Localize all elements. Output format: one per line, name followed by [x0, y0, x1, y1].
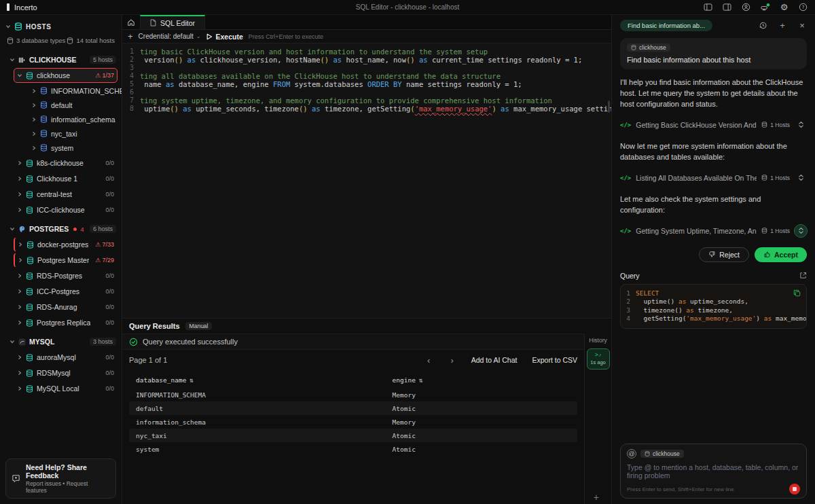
- database-name-label: system: [51, 144, 73, 152]
- sidebar-host-item[interactable]: RDS-Anurag ⚠ 0/0: [14, 300, 117, 314]
- chat-history-icon[interactable]: [758, 20, 767, 30]
- sidebar-host-item[interactable]: clickhouse ⚠ 1/37: [14, 68, 117, 83]
- user-message-card: clickhouse Find basic information about …: [620, 38, 807, 69]
- sidebar-host-item[interactable]: RDS-Postgres ⚠ 0/0: [14, 268, 117, 283]
- panel-right-icon[interactable]: [722, 2, 732, 12]
- help-icon[interactable]: ?: [798, 2, 808, 12]
- new-chat-icon[interactable]: +: [778, 20, 787, 30]
- add-to-ai-chat-button[interactable]: Add to AI Chat: [471, 356, 518, 364]
- sidebar-host-item[interactable]: RDSMysql ⚠ 0/0: [14, 365, 117, 380]
- alert-dot: [73, 228, 77, 231]
- home-button[interactable]: [122, 15, 140, 29]
- line-number: 1: [626, 289, 636, 298]
- sidebar-database-item[interactable]: nyc_taxi: [29, 126, 122, 141]
- close-panel-icon[interactable]: ×: [797, 20, 807, 30]
- chat-input-box[interactable]: @ clickhouse Press Enter to send, Shift+…: [620, 444, 807, 499]
- sidebar-database-item[interactable]: default: [29, 98, 122, 112]
- sidebar-database-item[interactable]: INFORMATION_SCHEMA: [29, 84, 122, 98]
- settings-gear-icon[interactable]: ⚙: [779, 2, 789, 12]
- editor-scrollbar[interactable]: [608, 101, 610, 113]
- manual-mode-badge: Manual: [185, 322, 213, 330]
- sidebar-host-item[interactable]: ICC-clickhouse ⚠ 0/0: [14, 202, 117, 217]
- next-page-icon[interactable]: ›: [448, 355, 456, 365]
- sort-icon[interactable]: ⇅: [419, 376, 423, 384]
- code-text: getSetting('max_memory_usage') as max_me…: [636, 314, 807, 323]
- execute-button[interactable]: Execute: [206, 33, 242, 41]
- export-to-csv-button[interactable]: Export to CSV: [532, 356, 577, 364]
- sidebar-host-item[interactable]: Postgres Master ⚠ 7/29: [14, 253, 117, 268]
- host-status-count: ⚠ 0/0: [105, 206, 114, 213]
- line-number: 1: [122, 48, 140, 56]
- ai-chat-panel: Find basic information ab... + × clickho…: [611, 15, 815, 504]
- database-icon: [40, 115, 48, 123]
- accept-button[interactable]: Accept: [755, 247, 807, 262]
- expand-collapse-icon[interactable]: [795, 172, 807, 184]
- table-row[interactable]: information_schemaMemory: [129, 415, 577, 429]
- credential-selector[interactable]: Credential: default ⌄: [139, 33, 201, 40]
- sidebar-host-item[interactable]: docker-postgres ⚠ 7/33: [14, 237, 117, 252]
- sidebar-host-item[interactable]: MySQL Local ⚠ 0/0: [14, 381, 117, 396]
- expand-collapse-icon[interactable]: [795, 119, 807, 131]
- total-hosts-count: 14 total hosts: [76, 37, 115, 44]
- sidebar-group-mysql[interactable]: MYSQL 3 hosts: [0, 334, 122, 349]
- status-text: Query executed successfully: [143, 338, 238, 346]
- chevron-right-icon: [17, 320, 22, 325]
- line-number: 8: [122, 105, 140, 113]
- ai-message-text: Let me also check the system settings an…: [620, 194, 807, 216]
- db-types-count: 3 database types: [16, 37, 65, 44]
- user-circle-icon[interactable]: [741, 2, 751, 12]
- tab-sql-editor[interactable]: SQL Editor: [140, 15, 205, 29]
- database-icon: [26, 191, 33, 198]
- add-credential-icon[interactable]: +: [128, 31, 133, 41]
- host-status-count: ⚠ 0/0: [105, 319, 114, 326]
- host-mention-chip[interactable]: clickhouse: [627, 43, 670, 52]
- ai-tool-call-row[interactable]: </> Getting System Uptime, Timezone, And…: [620, 223, 807, 239]
- feedback-subtitle: Report issues • Request features: [26, 480, 110, 494]
- sidebar-group-clickhouse[interactable]: CLICKHOUSE 5 hosts: [0, 52, 122, 67]
- sidebar-host-item[interactable]: Clickhouse 1 ⚠ 0/0: [14, 171, 117, 186]
- expand-collapse-icon[interactable]: [795, 225, 807, 237]
- sql-code-editor[interactable]: 1ting basic ClickHouse version and host …: [122, 43, 611, 318]
- tab-label: SQL Editor: [160, 19, 195, 27]
- sidebar-host-item[interactable]: ICC-Postgres ⚠ 0/0: [14, 284, 117, 299]
- database-icon: [40, 130, 48, 137]
- sidebar-host-item[interactable]: k8s-clickhouse ⚠ 0/0: [14, 156, 117, 170]
- open-in-editor-icon[interactable]: [799, 272, 807, 279]
- table-row[interactable]: INFORMATION_SCHEMAMemory: [129, 388, 577, 401]
- sidebar-host-item[interactable]: central-test ⚠ 0/0: [14, 187, 117, 202]
- chat-title-pill[interactable]: Find basic information ab...: [620, 20, 712, 31]
- reject-button[interactable]: Reject: [699, 247, 749, 262]
- stop-generating-button[interactable]: [789, 484, 800, 494]
- hosts-section-header[interactable]: HOSTS: [0, 19, 122, 34]
- mention-at-icon[interactable]: @: [627, 449, 636, 458]
- chevron-down-icon: [10, 226, 15, 232]
- sidebar-host-item[interactable]: Postgres Replica ⚠ 0/0: [14, 315, 117, 330]
- history-item[interactable]: >⍻ 1s ago: [587, 348, 610, 370]
- sidebar-database-item[interactable]: system: [29, 141, 122, 155]
- ai-tool-call-row[interactable]: </> Getting Basic ClickHouse Version And…: [620, 117, 807, 133]
- feedback-card[interactable]: Need Help? Share Feedback Report issues …: [5, 458, 116, 499]
- host-mention-chip[interactable]: clickhouse: [640, 450, 684, 458]
- chat-conversation: clickhouse Find basic information about …: [612, 35, 815, 438]
- add-result-tab-icon[interactable]: +: [594, 492, 599, 503]
- sidebar-group-postgres[interactable]: POSTGRES 4 6 hosts: [0, 221, 122, 236]
- database-name-label: information_schema: [51, 115, 115, 124]
- prev-page-icon[interactable]: ‹: [424, 355, 433, 365]
- connection-status-icon[interactable]: [760, 2, 770, 12]
- host-tree: CLICKHOUSE 5 hosts clickhouse ⚠ 1/37 INF…: [0, 48, 122, 453]
- database-icon: [40, 87, 48, 94]
- table-row[interactable]: defaultAtomic: [129, 401, 577, 415]
- sidebar-database-item[interactable]: information_schema: [29, 112, 122, 126]
- chat-input[interactable]: [627, 463, 800, 481]
- ai-tool-call-row[interactable]: </> Listing All Databases Available On T…: [620, 170, 807, 186]
- host-status-count: ⚠ 0/0: [105, 160, 114, 166]
- table-row[interactable]: nyc_taxiAtomic: [129, 429, 577, 442]
- copy-query-icon[interactable]: [793, 289, 801, 297]
- chevron-right-icon: [31, 145, 37, 151]
- table-row[interactable]: systemAtomic: [129, 442, 577, 456]
- sidebar-host-item[interactable]: auroraMysql ⚠ 0/0: [14, 350, 117, 365]
- sort-icon[interactable]: ⇅: [189, 376, 194, 384]
- panel-left-icon[interactable]: [703, 2, 713, 12]
- host-name-label: Postgres Replica: [37, 319, 90, 327]
- ai-message-text: Now let me get more system information a…: [620, 141, 807, 163]
